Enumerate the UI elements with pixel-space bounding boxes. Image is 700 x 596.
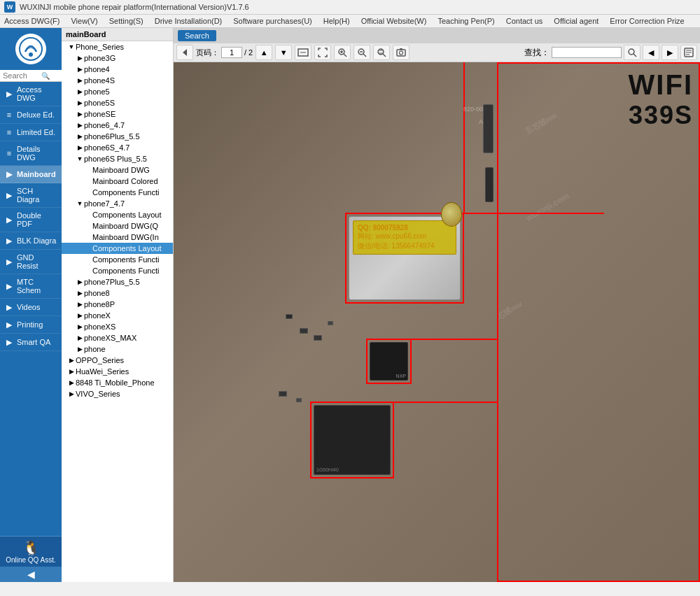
sidebar-item-details[interactable]: ≡ Details DWG bbox=[0, 141, 62, 166]
sidebar-item-sch[interactable]: ▶ SCH Diagra bbox=[0, 183, 62, 208]
sidebar-icon-9: ▶ bbox=[4, 281, 14, 291]
zoom-fit-button[interactable] bbox=[373, 45, 390, 60]
red-box-main bbox=[497, 62, 700, 582]
svg-marker-2 bbox=[183, 49, 187, 56]
search-button[interactable]: Search bbox=[178, 30, 216, 41]
menu-setting[interactable]: Setting(S) bbox=[108, 16, 145, 26]
sidebar-label-11: Printing bbox=[17, 320, 43, 329]
list-item[interactable]: ▶ phone8 bbox=[62, 288, 173, 299]
list-item[interactable]: ▶ phone5S bbox=[62, 97, 173, 108]
menu-access-dwg[interactable]: Access DWG(F) bbox=[3, 16, 61, 26]
fit-width-button[interactable] bbox=[295, 45, 312, 60]
find-next-button[interactable]: ▶ bbox=[662, 45, 678, 60]
tree-label-5: phone5S bbox=[84, 99, 173, 107]
sidebar-item-double-pdf[interactable]: ▶ Double PDF bbox=[0, 208, 62, 232]
find-input[interactable] bbox=[552, 47, 622, 58]
sidebar-item-access-dwg[interactable]: ▶ Access DWG bbox=[0, 82, 62, 106]
tree-label-7: phone6_4.7 bbox=[84, 121, 173, 129]
sidebar-item-mainboard[interactable]: ▶ Mainboard bbox=[0, 166, 62, 183]
tree-label-11: Mainboard DWG bbox=[92, 166, 173, 174]
list-item[interactable]: ▶ phone6S_4.7 bbox=[62, 142, 173, 153]
tree-arrow-0: ▼ bbox=[67, 43, 76, 50]
page-up-button[interactable]: ▲ bbox=[255, 45, 272, 60]
list-item[interactable]: ▶ phone4 bbox=[62, 64, 173, 75]
sidebar-item-deluxe[interactable]: ≡ Deluxe Ed. bbox=[0, 106, 62, 124]
find-options-button[interactable] bbox=[680, 45, 697, 60]
smd-1 bbox=[300, 328, 308, 334]
list-item[interactable]: ▶ phone5 bbox=[62, 86, 173, 97]
list-item[interactable]: ▶ phone3G bbox=[62, 52, 173, 64]
page-down-button[interactable]: ▼ bbox=[275, 45, 292, 60]
page-current-input[interactable] bbox=[221, 47, 242, 58]
menu-teaching[interactable]: Teaching Pen(P) bbox=[436, 16, 496, 26]
menu-drive[interactable]: Drive Installation(D) bbox=[153, 16, 224, 26]
tree-item-components-selected[interactable]: Components Layout bbox=[62, 243, 173, 254]
pcb-display-area[interactable]: wuxinji.com 五芯绒ww XGA0000 wuxinji.com 五芯… bbox=[174, 62, 700, 582]
sidebar-item-mtc[interactable]: ▶ MTC Schem bbox=[0, 274, 62, 299]
list-item[interactable]: ▶ phone7Plus_5.5 bbox=[62, 276, 173, 288]
sidebar-item-videos[interactable]: ▶ Videos bbox=[0, 299, 62, 316]
find-search-button[interactable] bbox=[624, 45, 640, 60]
list-item[interactable]: ▼ phone6S Plus_5.5 bbox=[62, 153, 173, 164]
list-item[interactable]: ▶ phoneXS_MAX bbox=[62, 332, 173, 343]
tree-item-phone-series[interactable]: ▼ Phone_Series bbox=[62, 41, 173, 52]
list-item[interactable]: ▶ phone4S bbox=[62, 75, 173, 86]
tree-arrow-28: ▶ bbox=[67, 357, 76, 364]
sidebar-item-limited[interactable]: ≡ Limited Ed. bbox=[0, 124, 62, 141]
svg-point-17 bbox=[400, 51, 403, 55]
list-item[interactable]: Components Layout bbox=[62, 209, 173, 220]
list-item[interactable]: Mainboard DWG(Q bbox=[62, 220, 173, 232]
list-item[interactable]: Mainboard DWG bbox=[62, 164, 173, 176]
list-item[interactable]: ▶ phoneX bbox=[62, 310, 173, 321]
menu-agent[interactable]: Official agent bbox=[552, 16, 600, 26]
list-item[interactable]: Components Functi bbox=[62, 187, 173, 198]
cylindrical-cap bbox=[441, 202, 462, 227]
pcb-board-area: QQ: 800075928 网站: www.cpu66.com 微信/电话: 1… bbox=[174, 62, 497, 582]
list-item[interactable]: Mainboard Colored bbox=[62, 176, 173, 187]
tree-item-oppo[interactable]: ▶ OPPO_Series bbox=[62, 355, 173, 366]
nav-left-icon[interactable] bbox=[176, 45, 193, 60]
sidebar-icon-11: ▶ bbox=[4, 320, 14, 329]
tree-item-vivo[interactable]: ▶ VIVO_Series bbox=[62, 388, 173, 399]
tree-arrow-31: ▶ bbox=[67, 390, 76, 397]
list-item[interactable]: Components Functi bbox=[62, 265, 173, 276]
sidebar-icon-12: ▶ bbox=[4, 337, 14, 347]
menu-website[interactable]: Official Website(W) bbox=[360, 16, 428, 26]
fullscreen-button[interactable] bbox=[314, 45, 331, 60]
list-item[interactable]: ▶ phone bbox=[62, 343, 173, 355]
list-item[interactable]: Mainboard DWG(In bbox=[62, 232, 173, 243]
tree-item-8848[interactable]: ▶ 8848 Ti_Mobile_Phone bbox=[62, 377, 173, 388]
menu-view[interactable]: View(V) bbox=[69, 16, 99, 26]
zoom-in-button[interactable] bbox=[334, 45, 351, 60]
menu-error[interactable]: Error Correction Prize bbox=[608, 16, 685, 26]
zoom-out-button[interactable] bbox=[354, 45, 370, 60]
screenshot-button[interactable] bbox=[393, 45, 410, 60]
sidebar-search[interactable]: 🔍 bbox=[0, 70, 62, 82]
menu-software[interactable]: Software purchases(U) bbox=[232, 16, 314, 26]
menu-contact[interactable]: Contact us bbox=[505, 16, 545, 26]
search-input[interactable] bbox=[3, 71, 41, 80]
collapse-button[interactable]: ◀ bbox=[0, 567, 62, 582]
tree-arrow-26: ▶ bbox=[76, 334, 84, 341]
qq-area[interactable]: 🐧 Online QQ Asst. bbox=[0, 537, 62, 567]
list-item[interactable]: ▶ phone6Plus_5.5 bbox=[62, 131, 173, 142]
list-item[interactable]: ▶ phoneXS bbox=[62, 321, 173, 332]
tree-label-24: phoneX bbox=[84, 311, 173, 320]
tree-item-huawei[interactable]: ▶ HuaWei_Series bbox=[62, 366, 173, 377]
sidebar-icon-6: ▶ bbox=[4, 215, 14, 225]
tree-arrow-30: ▶ bbox=[67, 379, 76, 386]
list-item[interactable]: Components Functi bbox=[62, 254, 173, 265]
tree-arrow-1: ▶ bbox=[76, 55, 84, 62]
tree-label-31: VIVO_Series bbox=[76, 390, 173, 398]
sidebar-item-blk[interactable]: ▶ BLK Diagra bbox=[0, 232, 62, 250]
list-item[interactable]: ▶ phone6_4.7 bbox=[62, 120, 173, 131]
sidebar-icon-1: ≡ bbox=[4, 110, 14, 120]
menu-help[interactable]: Help(H) bbox=[322, 16, 351, 26]
list-item[interactable]: ▶ phone8P bbox=[62, 299, 173, 310]
sidebar-item-smart-qa[interactable]: ▶ Smart QA bbox=[0, 334, 62, 351]
tree-item-phone7[interactable]: ▼ phone7_4.7 bbox=[62, 198, 173, 209]
sidebar-item-gnd[interactable]: ▶ GND Resist bbox=[0, 250, 62, 274]
sidebar-item-printing[interactable]: ▶ Printing bbox=[0, 316, 62, 334]
find-prev-button[interactable]: ◀ bbox=[643, 45, 659, 60]
list-item[interactable]: ▶ phoneSE bbox=[62, 108, 173, 120]
